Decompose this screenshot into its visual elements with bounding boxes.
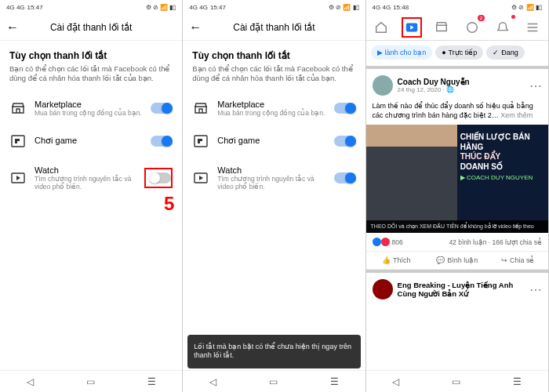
option-marketplace[interactable]: MarketplaceMua bán trong cộng đồng của b… — [183, 92, 365, 125]
toggle-watch[interactable] — [334, 172, 356, 183]
status-icons: ⚙ ⊘ 📶 ▮▯ — [511, 4, 542, 11]
love-icon — [381, 238, 390, 246]
nav-recent-icon[interactable]: ☰ — [513, 376, 522, 387]
share-button[interactable]: ↪ Chia sẻ — [487, 252, 547, 269]
tab-home[interactable] — [371, 17, 391, 38]
option-subtitle: Tìm chương trình nguyên tắc và video phổ… — [217, 175, 325, 191]
header: ← Cài đặt thanh lối tắt — [183, 14, 365, 41]
signal-icon: 4G 4G — [189, 4, 208, 11]
clock: 15:48 — [393, 4, 409, 11]
status-bar: 4G 4G15:47 ⚙ ⊘ 📶 ▮▯ — [183, 0, 365, 14]
nav-home-icon[interactable]: ▭ — [452, 376, 460, 387]
option-title: Marketplace — [35, 100, 143, 109]
toggle-gaming[interactable] — [334, 136, 356, 147]
gaming-icon — [192, 132, 209, 150]
header: ← Cài đặt thanh lối tắt — [0, 14, 182, 41]
option-subtitle: Mua bán trong cộng đồng của bạn. — [35, 109, 143, 117]
post-meta: 24 thg 12, 2020 · 🌐 — [398, 86, 525, 93]
tab-menu[interactable] — [522, 17, 543, 38]
avatar[interactable] — [373, 75, 393, 96]
chip-for-you[interactable]: ▶ lành cho bạn — [371, 45, 433, 60]
android-nav: ◁ ▭ ☰ — [366, 370, 548, 392]
nav-back-icon[interactable]: ◁ — [392, 376, 399, 387]
gaming-icon — [9, 132, 27, 150]
nav-recent-icon[interactable]: ☰ — [147, 376, 156, 387]
clock: 15:47 — [210, 4, 226, 11]
nav-home-icon[interactable]: ▭ — [269, 376, 278, 387]
status-bar: 4G 4G15:48 ⚙ ⊘ 📶 ▮▯ — [366, 0, 548, 14]
video-title-2: THÚC ĐẨY — [460, 152, 545, 162]
see-more-link[interactable]: Xem thêm — [500, 111, 533, 119]
page-title: Cài đặt thanh lối tắt — [0, 22, 182, 33]
option-title: Watch — [35, 165, 136, 175]
post-author[interactable]: Coach Duy Nguyễn — [398, 78, 525, 86]
post-author[interactable]: Eng Breaking - Luyện Tiếng Anh Cùng Ngườ… — [398, 281, 525, 299]
signal-icon: 4G 4G — [373, 4, 391, 11]
section-subtitle: Bạn có thể chọn các lối tắt mà Facebook … — [183, 64, 365, 92]
nav-back-icon[interactable]: ◁ — [209, 376, 216, 387]
video-title-1: CHIẾN LƯỢC BÁN HÀNG — [460, 132, 545, 152]
status-icons: ⚙ ⊘ 📶 ▮▯ — [146, 4, 176, 11]
video-title-3: DOANH SỐ — [460, 162, 545, 172]
post-text: Làm thế nào để thúc đẩy doanh số hiệu qu… — [366, 102, 548, 125]
like-count: 806 — [392, 238, 403, 246]
watch-icon — [192, 169, 209, 187]
section-title: Tùy chọn thanh lối tắt — [183, 41, 365, 64]
toast-message: Lối tắt mà bạn bật có thể chưa hiện thị … — [187, 335, 360, 368]
option-watch[interactable]: WatchTìm chương trình nguyên tắc và vide… — [0, 158, 182, 198]
tab-notifications[interactable] — [493, 17, 513, 38]
like-button[interactable]: 👍 Thích — [366, 252, 427, 269]
nav-back-icon[interactable]: ◁ — [27, 376, 34, 387]
post-stats[interactable]: 806 42 bình luận · 166 lượt chia sẻ — [366, 233, 548, 251]
status-bar: 4G 4G15:47 ⚙ ⊘ 📶 ▮▯ — [0, 0, 182, 14]
option-title: Chơi game — [35, 136, 143, 146]
option-watch[interactable]: WatchTìm chương trình nguyên tắc và vide… — [183, 158, 365, 198]
badge-dot — [511, 15, 515, 19]
option-gaming[interactable]: Chơi game — [0, 125, 182, 158]
filter-chips: ▶ lành cho bạn ● Trực tiếp ✓ Đang — [366, 41, 548, 66]
marketplace-icon — [192, 100, 209, 117]
page-title: Cài đặt thanh lối tắt — [183, 22, 365, 33]
toggle-marketplace[interactable] — [334, 103, 356, 114]
avatar[interactable] — [373, 279, 393, 299]
signal-icon: 4G 4G — [6, 4, 25, 11]
chip-live[interactable]: ● Trực tiếp — [435, 45, 483, 60]
svg-rect-5 — [467, 22, 478, 32]
section-subtitle: Bạn có thể chọn các lối tắt mà Facebook … — [0, 64, 182, 92]
chip-following[interactable]: ✓ Đang — [486, 45, 525, 60]
option-title: Marketplace — [217, 100, 325, 109]
video-byline: ▶ COACH DUY NGUYEN — [460, 174, 545, 181]
back-button[interactable]: ← — [6, 20, 19, 34]
nav-recent-icon[interactable]: ☰ — [330, 376, 339, 387]
clock: 15:47 — [27, 4, 43, 11]
option-subtitle: Mua bán trong cộng đồng của bạn. — [217, 109, 325, 117]
phone-screen-3: 4G 4G15:48 ⚙ ⊘ 📶 ▮▯ 2 ▶ lành cho bạn ● T… — [366, 0, 549, 392]
android-nav: ◁ ▭ ☰ — [183, 370, 365, 392]
marketplace-icon — [9, 100, 27, 117]
android-nav: ◁ ▭ ☰ — [0, 370, 182, 392]
post-header-2[interactable]: Eng Breaking - Luyện Tiếng Anh Cùng Ngườ… — [366, 273, 548, 306]
tab-watch[interactable] — [402, 17, 422, 38]
watch-icon — [9, 169, 27, 187]
status-icons: ⚙ ⊘ 📶 ▮▯ — [329, 4, 359, 11]
more-icon[interactable]: ⋯ — [529, 282, 542, 297]
section-title: Tùy chọn thanh lối tắt — [0, 41, 182, 64]
like-icon — [373, 238, 381, 246]
option-marketplace[interactable]: MarketplaceMua bán trong cộng đồng của b… — [0, 92, 182, 125]
more-icon[interactable]: ⋯ — [529, 78, 542, 93]
back-button[interactable]: ← — [189, 20, 202, 34]
tab-marketplace[interactable] — [431, 17, 452, 38]
option-gaming[interactable]: Chơi game — [183, 125, 365, 158]
toggle-gaming[interactable] — [151, 136, 173, 147]
post-header[interactable]: Coach Duy Nguyễn 24 thg 12, 2020 · 🌐 ⋯ — [366, 69, 548, 102]
toggle-watch[interactable] — [144, 168, 173, 188]
toggle-marketplace[interactable] — [151, 103, 173, 114]
post-video[interactable]: CHIẾN LƯỢC BÁN HÀNG THÚC ĐẨY DOANH SỐ ▶ … — [366, 125, 548, 233]
tab-groups[interactable]: 2 — [462, 17, 482, 38]
nav-home-icon[interactable]: ▭ — [86, 376, 95, 387]
option-title: Chơi game — [217, 136, 325, 146]
callout-5: 5 — [164, 193, 174, 215]
badge: 2 — [478, 15, 485, 21]
comment-button[interactable]: 💬 Bình luận — [427, 252, 487, 269]
video-thumbnail-person — [366, 125, 457, 233]
